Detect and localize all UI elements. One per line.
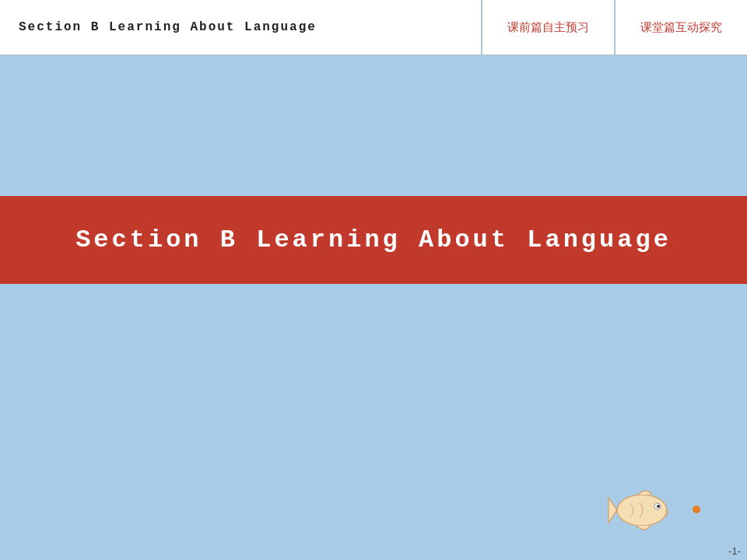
title-banner: Section B Learning About Language xyxy=(0,196,747,284)
tab-interactive[interactable]: 课堂篇互动探究 xyxy=(615,0,747,54)
banner-title: Section B Learning About Language xyxy=(75,226,672,254)
svg-point-3 xyxy=(657,505,660,508)
page-number: -1- xyxy=(728,545,741,557)
fish-icon xyxy=(607,481,685,535)
header-bar: Section B Learning About Language 课前篇自主预… xyxy=(0,0,747,56)
svg-marker-1 xyxy=(608,498,617,523)
fish-decoration xyxy=(607,481,685,535)
main-content: Section B Learning About Language -1- xyxy=(0,56,747,560)
tab-preview[interactable]: 课前篇自主预习 xyxy=(482,0,615,54)
orange-dot xyxy=(693,506,700,513)
header-title: Section B Learning About Language xyxy=(0,0,482,54)
svg-point-0 xyxy=(617,495,667,526)
